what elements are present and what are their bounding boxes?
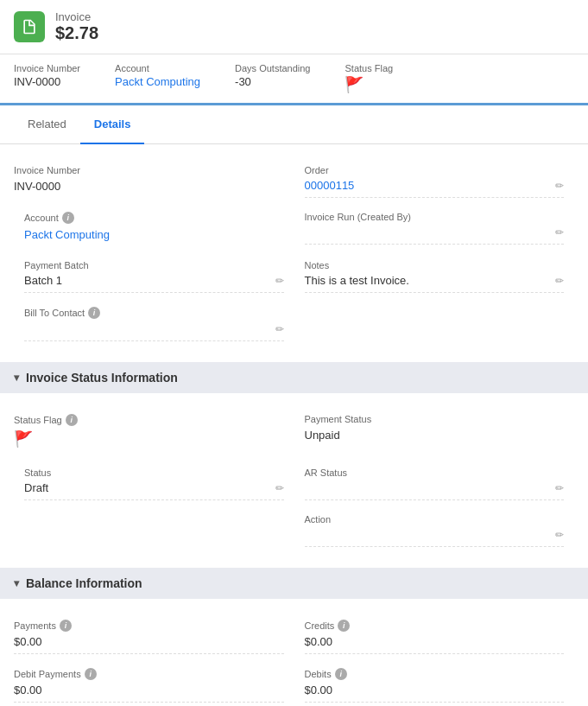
order-edit-icon[interactable]: ✏ — [555, 180, 564, 192]
invoice-status-section-header[interactable]: ▾ Invoice Status Information — [0, 362, 588, 393]
invoice-status-chevron: ▾ — [14, 372, 19, 384]
credits-value: $0.00 — [305, 635, 565, 654]
empty-field — [294, 300, 575, 348]
debit-payments-value: $0.00 — [14, 684, 284, 703]
meta-days-outstanding-value: -30 — [235, 75, 310, 88]
header-text: Invoice $2.78 — [55, 10, 98, 43]
meta-invoice-number: Invoice Number INV-0000 — [14, 63, 80, 94]
app-icon — [14, 11, 45, 42]
content-area: Invoice Number INV-0000 Order 00000115 ✏… — [0, 144, 588, 706]
payment-status-field: Payment Status Unpaid — [294, 407, 575, 461]
header-bar: Invoice $2.78 — [0, 0, 588, 54]
tabs-bar: Related Details — [0, 105, 588, 144]
ar-status-label: AR Status — [305, 467, 565, 478]
tab-related[interactable]: Related — [14, 105, 80, 144]
account-link[interactable]: Packt Computing — [24, 228, 110, 241]
invoice-run-edit-icon[interactable]: ✏ — [555, 226, 564, 239]
debits-label: Debits i — [305, 668, 565, 680]
balance-section-header[interactable]: ▾ Balance Information — [0, 568, 588, 599]
balance-section-label: Balance Information — [26, 576, 142, 590]
header-amount: $2.78 — [55, 23, 98, 43]
bill-to-contact-label: Bill To Contact i — [24, 307, 284, 319]
meta-flag-icon: 🚩 — [345, 75, 393, 94]
ar-status-field: AR Status ✏ — [294, 461, 575, 507]
bill-to-contact-field: Bill To Contact i ✏ — [14, 300, 294, 348]
account-field: Account i Packt Computing — [14, 205, 294, 253]
meta-account-label: Account — [115, 63, 200, 73]
notes-value: This is a test Invoice. ✏ — [305, 274, 565, 293]
credits-label: Credits i — [305, 620, 565, 632]
invoice-run-value: ✏ — [305, 226, 565, 245]
meta-days-outstanding-label: Days Outstanding — [235, 63, 310, 73]
account-label: Account i — [24, 212, 284, 224]
invoice-number-label: Invoice Number — [14, 165, 284, 175]
action-field: Action ✏ — [294, 507, 575, 554]
payment-batch-label: Payment Batch — [24, 260, 284, 270]
notes-label: Notes — [305, 260, 565, 270]
debits-field: Debits i $0.00 — [294, 661, 575, 706]
payments-value: $0.00 — [14, 635, 284, 654]
status-label: Status — [24, 467, 284, 478]
invoice-status-section-label: Invoice Status Information — [26, 371, 178, 385]
action-edit-icon[interactable]: ✏ — [555, 529, 564, 541]
meta-days-outstanding: Days Outstanding -30 — [235, 63, 310, 94]
debit-payments-info-icon[interactable]: i — [85, 668, 97, 680]
credits-info-icon[interactable]: i — [338, 620, 350, 632]
payments-info-icon[interactable]: i — [60, 620, 72, 632]
action-label: Action — [305, 514, 565, 525]
order-link[interactable]: 00000115 — [305, 179, 355, 192]
status-edit-icon[interactable]: ✏ — [275, 482, 284, 494]
status-field: Status Draft ✏ — [14, 461, 294, 507]
invoice-status-fields: Status Flag i 🚩 Payment Status Unpaid St… — [0, 393, 588, 568]
status-flag-label: Status Flag i — [14, 414, 284, 426]
status-flag-field: Status Flag i 🚩 — [14, 407, 294, 461]
header-title: Invoice — [55, 10, 98, 23]
invoice-number-value: INV-0000 — [14, 179, 284, 198]
tab-details[interactable]: Details — [80, 105, 145, 144]
bill-to-contact-info-icon[interactable]: i — [88, 307, 100, 319]
invoice-run-label: Invoice Run (Created By) — [305, 212, 565, 222]
meta-account-link[interactable]: Packt Computing — [115, 75, 200, 88]
bill-to-contact-edit-icon[interactable]: ✏ — [275, 323, 284, 335]
action-value: ✏ — [305, 528, 565, 547]
status-flag-value: 🚩 — [14, 429, 284, 454]
account-info-icon[interactable]: i — [62, 212, 74, 224]
order-field: Order 00000115 ✏ — [294, 158, 575, 205]
order-label: Order — [305, 165, 565, 175]
ar-status-edit-icon[interactable]: ✏ — [555, 482, 564, 494]
invoice-number-field: Invoice Number INV-0000 — [14, 158, 294, 205]
meta-invoice-number-value: INV-0000 — [14, 75, 80, 88]
invoice-run-field: Invoice Run (Created By) ✏ — [294, 205, 575, 253]
payments-field: Payments i $0.00 — [14, 613, 294, 661]
debits-value: $0.00 — [305, 684, 565, 703]
notes-field: Notes This is a test Invoice. ✏ — [294, 253, 575, 300]
debit-payments-label: Debit Payments i — [14, 668, 284, 680]
payment-status-label: Payment Status — [305, 414, 565, 424]
debit-payments-field: Debit Payments i $0.00 — [14, 661, 294, 706]
payment-status-value: Unpaid — [305, 428, 565, 447]
credits-field: Credits i $0.00 — [294, 613, 575, 661]
payment-batch-field: Payment Batch Batch 1 ✏ — [14, 253, 294, 300]
meta-bar: Invoice Number INV-0000 Account Packt Co… — [0, 54, 588, 105]
meta-invoice-number-label: Invoice Number — [14, 63, 80, 73]
payment-batch-value: Batch 1 ✏ — [24, 274, 284, 293]
status-value: Draft ✏ — [24, 481, 284, 500]
status-flag-icon: 🚩 — [14, 429, 33, 448]
notes-edit-icon[interactable]: ✏ — [555, 275, 564, 287]
balance-fields: Payments i $0.00 Credits i $0.00 Debit P… — [0, 599, 588, 706]
payments-label: Payments i — [14, 620, 284, 632]
basic-fields: Invoice Number INV-0000 Order 00000115 ✏… — [0, 144, 588, 362]
account-value: Packt Computing — [24, 227, 284, 246]
payment-batch-edit-icon[interactable]: ✏ — [275, 275, 284, 287]
meta-account: Account Packt Computing — [115, 63, 200, 94]
order-value: 00000115 ✏ — [305, 179, 565, 198]
balance-chevron: ▾ — [14, 577, 19, 589]
meta-status-flag-label: Status Flag — [345, 63, 393, 73]
debits-info-icon[interactable]: i — [335, 668, 347, 680]
bill-to-contact-value: ✏ — [24, 322, 284, 341]
ar-status-value: ✏ — [305, 481, 565, 500]
meta-status-flag: Status Flag 🚩 — [345, 63, 393, 94]
status-flag-info-icon[interactable]: i — [66, 414, 78, 426]
empty-left — [14, 507, 294, 554]
